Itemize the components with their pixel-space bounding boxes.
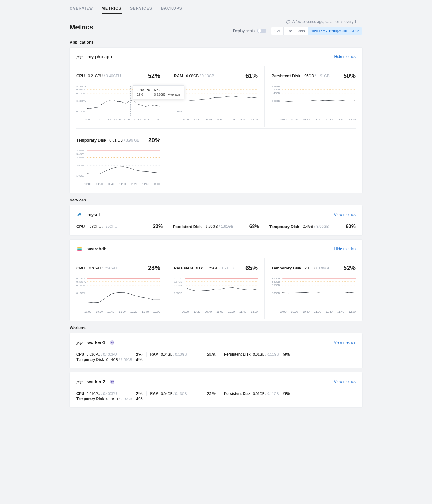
- chart-title: CPU: [76, 74, 85, 78]
- chart-app-tdisk: Temporary Disk 0.81 GB / 3.99 GB 20% 3.9…: [70, 131, 167, 191]
- svg-text:1.91GB: 1.91GB: [272, 86, 280, 87]
- page-title: Metrics: [70, 23, 93, 31]
- chart-current: 2.1GB / 3.99GB: [304, 266, 330, 270]
- tabs: OVERVIEW METRICS SERVICES BACKUPS: [64, 0, 368, 14]
- x-axis: 10:0010:2010:4011:0011:1511:2011:4012:00: [76, 116, 160, 125]
- chart-pct: 61%: [245, 72, 258, 79]
- chart-pct: 28%: [148, 265, 160, 272]
- metric-summary: Persistent Disk0.01GB / 0.11GB9%: [224, 352, 294, 357]
- chart-pct: 52%: [148, 72, 160, 79]
- metric-summary: CPU .08CPU / .25CPU 32%: [76, 224, 168, 229]
- mysql-icon: [76, 212, 83, 218]
- chart-pct: 65%: [245, 265, 258, 272]
- chart-title: Persistent Disk: [174, 266, 203, 270]
- worker-card-2: php worker-2 W View metrics CPU0.01CPU /…: [70, 372, 362, 407]
- hide-metrics-link[interactable]: Hide metrics: [334, 55, 356, 59]
- svg-text:2.99GB: 2.99GB: [76, 156, 85, 159]
- worker-name: worker-2: [87, 379, 105, 384]
- svg-text:1.67GB: 1.67GB: [272, 88, 280, 91]
- tab-metrics[interactable]: METRICS: [102, 6, 122, 14]
- svg-text:0.19CPU: 0.19CPU: [76, 284, 86, 287]
- svg-text:1.43GB: 1.43GB: [174, 284, 182, 287]
- svg-text:1.67GB: 1.67GB: [174, 281, 182, 283]
- chart-searchdb-pdisk: Persistent Disk 1.25GB / 1.91GB 65% 1.91…: [167, 258, 265, 319]
- section-services: Services: [70, 198, 362, 202]
- chart-current: 0.21CPU / 0.40CPU: [88, 74, 121, 78]
- chart-title: CPU: [76, 266, 85, 270]
- worker-badge-icon: W: [110, 340, 114, 345]
- seg-1hr[interactable]: 1hr: [284, 27, 295, 35]
- tab-overview[interactable]: OVERVIEW: [70, 6, 93, 14]
- chart-pct: 20%: [148, 137, 160, 144]
- svg-text:0.22CPU: 0.22CPU: [76, 281, 86, 283]
- svg-text:1.91GB: 1.91GB: [174, 278, 182, 280]
- seg-custom[interactable]: 10:00 am - 12:00pm Jul 1, 2022: [308, 27, 362, 35]
- svg-text:0.10CPU: 0.10CPU: [76, 110, 86, 113]
- chart-current: 0.81 GB / 3.99 GB: [109, 138, 139, 143]
- seg-8hrs[interactable]: 8hrs: [295, 27, 308, 35]
- svg-text:0.13CPU: 0.13CPU: [76, 292, 86, 295]
- deployments-label: Deployments: [233, 29, 255, 33]
- time-range-segments: 15m 1hr 8hrs 10:00 am - 12:00pm Jul 1, 2…: [271, 27, 362, 35]
- refresh-icon[interactable]: [286, 20, 290, 24]
- svg-text:1.43GB: 1.43GB: [272, 92, 280, 94]
- chart-current: 0.08GB / 0.13GB: [186, 74, 214, 78]
- view-metrics-link[interactable]: View metrics: [334, 340, 356, 345]
- x-axis: 10:0010:2010:4011:0011:2011:4012:00: [174, 116, 258, 125]
- toggle-icon[interactable]: [257, 29, 266, 33]
- svg-text:3.99GB: 3.99GB: [272, 278, 280, 280]
- chart-pct: 50%: [343, 72, 356, 79]
- svg-text:0.35CPU: 0.35CPU: [76, 88, 86, 91]
- svg-text:0.95GB: 0.95GB: [174, 292, 182, 295]
- service-card-searchdb: searchdb Hide metrics CPU .07CPU / .25CP…: [70, 240, 362, 321]
- svg-text:0.40CPU: 0.40CPU: [76, 86, 86, 87]
- svg-text:1.00GB: 1.00GB: [76, 174, 85, 177]
- chart-current: .96GB / 1.91GB: [303, 74, 330, 78]
- deployments-toggle[interactable]: Deployments: [233, 29, 266, 33]
- php-icon: php: [76, 54, 83, 60]
- refresh-status: A few seconds ago, data points every 1mi…: [286, 20, 362, 24]
- service-card-mysql: mysql View metrics CPU .08CPU / .25CPU 3…: [70, 205, 362, 235]
- chart-searchdb-tdisk: Temporary Disk 2.1GB / 3.99GB 52% 3.99GB…: [265, 258, 362, 319]
- view-metrics-link[interactable]: View metrics: [334, 380, 356, 384]
- svg-text:0.95GB: 0.95GB: [272, 100, 280, 102]
- chart-pct: 52%: [343, 265, 356, 272]
- chart-title: Temporary Disk: [272, 266, 301, 270]
- metric-summary: Temporary Disk0.14GB / 3.99GB4%: [76, 357, 143, 362]
- view-metrics-link[interactable]: View metrics: [334, 212, 356, 217]
- chart-title: Temporary Disk: [76, 138, 106, 143]
- seg-15m[interactable]: 15m: [271, 27, 284, 35]
- app-name: my-php-app: [87, 54, 112, 59]
- metric-summary: RAM0.04GB / 0.13GB31%: [150, 352, 221, 357]
- hide-metrics-link[interactable]: Hide metrics: [334, 247, 356, 251]
- x-axis: 10:0010:2010:4011:0011:2011:4012:00: [174, 308, 258, 318]
- chart-current: .07CPU / .25CPU: [88, 266, 117, 270]
- chart-searchdb-cpu: CPU .07CPU / .25CPU 28% 0.25CPU0.22CPU0.…: [70, 258, 167, 319]
- chart-title: RAM: [174, 74, 183, 78]
- x-axis: 10:0010:2010:4011:0011:2011:4012:00: [76, 181, 160, 190]
- tab-services[interactable]: SERVICES: [130, 6, 152, 14]
- chart-tooltip: 0.40CPUMax 52%0.21GB Average: [133, 85, 184, 99]
- elasticsearch-icon: [76, 246, 83, 252]
- worker-name: worker-1: [87, 340, 105, 345]
- svg-text:0.06GB: 0.06GB: [174, 110, 182, 113]
- x-axis: 10:0010:2010:4011:0011:2011:4012:00: [272, 308, 356, 318]
- chart-current: 1.25GB / 1.91GB: [206, 266, 234, 270]
- service-name: mysql: [87, 212, 100, 217]
- php-icon: php: [76, 339, 83, 346]
- x-axis: 10:0010:2010:4011:0011:2011:4012:00: [76, 308, 160, 318]
- metric-summary: RAM0.04GB / 0.13GB31%: [150, 391, 221, 396]
- svg-text:0.20CPU: 0.20CPU: [76, 100, 86, 102]
- metric-summary: CPU0.01CPU / 0.40CPU2%: [76, 391, 147, 396]
- svg-text:0.25CPU: 0.25CPU: [76, 278, 86, 280]
- chart-app-cpu: CPU 0.21CPU / 0.40CPU 52% 0.40CPU0.35CPU…: [70, 66, 167, 127]
- chart-title: Persistent Disk: [272, 74, 300, 78]
- worker-badge-icon: W: [110, 380, 114, 384]
- tab-backups[interactable]: BACKUPS: [161, 6, 182, 14]
- metric-summary: CPU0.01CPU / 0.40CPU2%: [76, 352, 147, 357]
- service-name: searchdb: [87, 246, 106, 251]
- refresh-text: A few seconds ago, data points every 1mi…: [292, 20, 362, 24]
- php-icon: php: [76, 379, 83, 385]
- section-applications: Applications: [70, 40, 362, 44]
- svg-text:2.00GB: 2.00GB: [76, 164, 85, 167]
